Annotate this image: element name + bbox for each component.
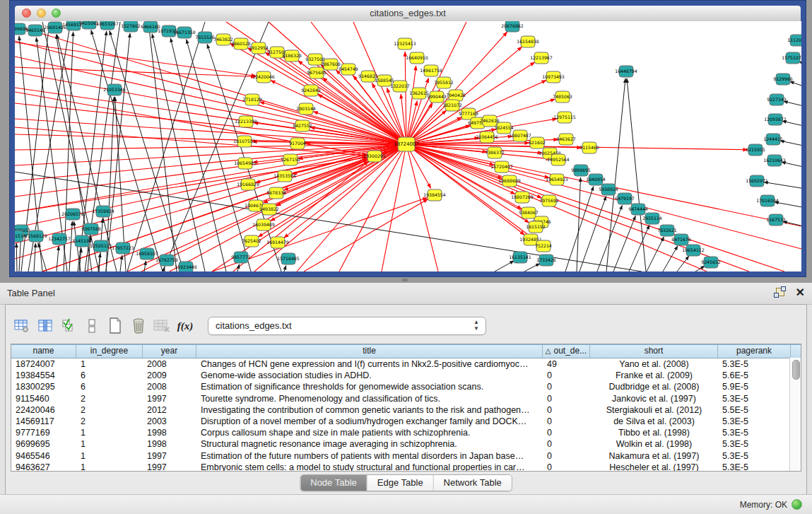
show-column-button[interactable] (35, 315, 56, 337)
column-header-name[interactable]: name (11, 345, 76, 358)
yellow-node[interactable]: 621602 (529, 137, 546, 148)
teal-node[interactable]: 1244415 (763, 134, 783, 145)
teal-node[interactable]: 1527602 (121, 21, 141, 32)
table-row[interactable]: 1830029562008Estimation of significance … (11, 381, 801, 392)
yellow-node[interactable]: 752214 (535, 240, 552, 252)
teal-node[interactable]: 9129966 (773, 74, 793, 85)
table-row[interactable]: 2242004622012Investigating the contribut… (11, 404, 801, 416)
tab-node-table[interactable]: Node Table (300, 475, 367, 491)
yellow-node[interactable]: 2803144 (296, 103, 316, 115)
column-header-short[interactable]: short (590, 345, 718, 358)
function-builder-button[interactable]: f(x) (175, 315, 196, 337)
yellow-node[interactable]: 8427552 (293, 120, 312, 132)
table-row[interactable]: 946362711997Embryonic stem cells: a mode… (11, 462, 801, 472)
teal-node[interactable]: 16210643 (763, 155, 786, 166)
new-column-button[interactable] (105, 315, 126, 337)
tab-edge-table[interactable]: Edge Table (367, 475, 434, 491)
column-header-out_degree[interactable]: △out_de... (543, 345, 590, 358)
teal-node[interactable]: 12093872 (764, 114, 787, 125)
yellow-node[interactable]: 12325413 (394, 38, 416, 49)
yellow-node[interactable]: 10654985 (234, 158, 257, 169)
delete-column-button[interactable] (128, 315, 149, 337)
teal-node[interactable]: 21053346 (103, 84, 126, 95)
yellow-node[interactable]: 5678334 (266, 187, 286, 199)
table-row[interactable]: 1872400712008Changes of HCN gene express… (11, 358, 801, 370)
yellow-node[interactable]: 1322037 (390, 81, 410, 92)
table-row[interactable]: 1456911722003Disruption of a novel membe… (11, 416, 801, 427)
yellow-node[interactable]: 1362615 (409, 88, 429, 99)
teal-node[interactable]: 8215955 (746, 144, 765, 156)
column-header-title[interactable]: title (196, 345, 543, 358)
yellow-node[interactable]: 9990443 (427, 91, 447, 103)
yellow-node[interactable]: 2867608 (321, 59, 341, 70)
yellow-node[interactable]: 1615192 (526, 221, 546, 233)
yellow-node[interactable]: 3821072 (442, 100, 462, 111)
yellow-node[interactable]: 5912954 (249, 42, 269, 54)
yellow-node[interactable]: 3824554 (494, 122, 514, 134)
yellow-node[interactable]: 917004 (289, 138, 306, 149)
yellow-node[interactable]: 7485063 (553, 91, 572, 103)
teal-node[interactable]: 16448794 (615, 66, 637, 77)
table-row[interactable]: 911546021997Tourette syndrome. Phenomeno… (11, 393, 801, 404)
node-table[interactable]: namein_degreeyeartitle△out_de...shortpag… (11, 344, 801, 472)
teal-node[interactable]: 15692971 (746, 175, 768, 187)
yellow-node[interactable]: 2718129 (242, 94, 262, 105)
teal-node[interactable]: 9227343 (767, 94, 787, 105)
tab-network-table[interactable]: Network Table (434, 475, 512, 491)
select-all-button[interactable] (58, 315, 79, 337)
yellow-node[interactable]: 9115460 (579, 142, 599, 153)
teal-node[interactable]: 20876862 (501, 21, 524, 32)
teal-node[interactable]: 17957223 (112, 243, 134, 254)
float-panel-icon[interactable] (773, 286, 786, 299)
teal-node[interactable]: 8471676 (671, 234, 691, 245)
yellow-node[interactable]: 15720407 (490, 161, 513, 173)
yellow-node[interactable]: 10807487 (509, 130, 531, 141)
teal-node[interactable]: 7815526 (195, 32, 215, 43)
teal-node[interactable]: 9465546 (25, 25, 45, 36)
close-panel-icon[interactable]: ✕ (796, 286, 805, 299)
table-header-row[interactable]: namein_degreeyeartitle△out_de...shortpag… (11, 344, 801, 358)
teal-node[interactable]: 9245652 (701, 257, 721, 268)
teal-node[interactable]: 1733426 (536, 255, 556, 266)
table-vertical-scrollbar[interactable] (789, 358, 801, 471)
teal-node[interactable]: 17016504 (756, 195, 779, 206)
teal-node[interactable]: 15716485 (277, 253, 300, 264)
teal-node[interactable]: 1640954 (586, 174, 606, 185)
yellow-node[interactable]: 16640910 (406, 52, 428, 64)
table-row[interactable]: 977716911998Corpus callosum shape and si… (11, 427, 801, 438)
table-settings-button[interactable] (11, 315, 33, 337)
yellow-node[interactable]: 7386372 (485, 147, 505, 158)
teal-node[interactable]: 1112061 (787, 35, 801, 46)
teal-node[interactable]: 1167533 (766, 214, 786, 226)
teal-node[interactable]: 15751074 (782, 52, 801, 64)
network-table-select[interactable]: citations_edges.txt ▲▼ (208, 317, 486, 335)
column-header-in_degree[interactable]: in_degree (76, 345, 143, 358)
teal-node[interactable]: 11923448 (175, 262, 197, 271)
network-window-titlebar[interactable]: citations_edges.txt (15, 6, 801, 22)
teal-node[interactable]: 20206576 (61, 209, 84, 220)
citation-network-graph[interactable]: 9699695946554620691406145691179425061106… (15, 21, 801, 271)
teal-node[interactable]: 9397588 (81, 223, 101, 235)
yellow-node[interactable]: 14961758 (420, 65, 442, 76)
yellow-node[interactable]: 9493822 (259, 204, 279, 215)
teal-node[interactable]: 10653287 (96, 21, 119, 30)
teal-node[interactable]: 6479197 (615, 193, 635, 204)
column-header-pagerank[interactable]: pagerank (718, 345, 791, 358)
yellow-node[interactable]: 12975115 (553, 112, 576, 123)
teal-node[interactable]: 12342757 (48, 233, 71, 245)
yellow-node[interactable]: 9675685 (307, 67, 326, 78)
yellow-node[interactable]: 12213967 (530, 52, 553, 64)
yellow-node[interactable]: 7463822 (213, 34, 233, 45)
yellow-node[interactable]: 5267150 (281, 154, 300, 165)
yellow-node[interactable]: 9463627 (556, 134, 576, 145)
network-view-canvas[interactable]: 9699695946554620691406145691179425061106… (15, 21, 801, 271)
yellow-node[interactable]: 12213398 (235, 116, 257, 127)
teal-node[interactable]: 5938924 (599, 184, 618, 195)
yellow-node[interactable]: 8454749 (339, 64, 358, 75)
yellow-node[interactable]: 7955812 (434, 77, 454, 88)
delete-table-button[interactable] (151, 315, 172, 337)
unselect-all-button[interactable] (81, 315, 102, 337)
teal-node[interactable]: 7832621 (657, 225, 677, 236)
yellow-node[interactable]: 7975692 (539, 195, 559, 206)
teal-node[interactable]: 10654112 (682, 245, 705, 256)
